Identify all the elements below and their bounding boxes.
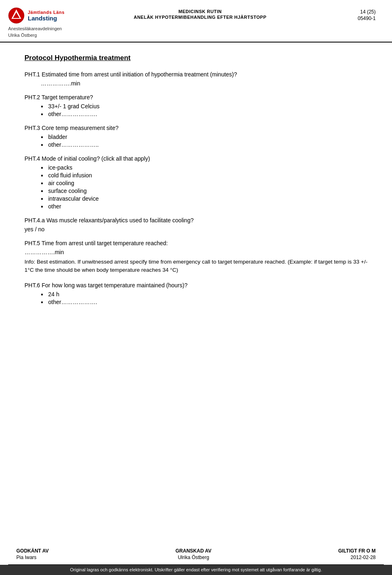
- doc-number: 05490-1: [327, 16, 376, 21]
- pht5-note: Info: Best estimation. If unwitnessed ar…: [24, 258, 368, 275]
- list-item: other……………….: [41, 299, 368, 305]
- footer-godkant-value: Pia Iwars: [16, 555, 49, 560]
- footer-col-giltigt: GILTIGT FR O M 2012-02-28: [338, 548, 376, 560]
- pht3-section: PHT.3 Core temp measurement site? bladde…: [24, 125, 368, 148]
- pht4-section: PHT.4 Mode of initial cooling? (click al…: [24, 155, 368, 210]
- footer-giltigt-value: 2012-02-28: [338, 555, 376, 560]
- header-doc-title: ANELÄK HYPOTERMIBEHANDLING EFTER HJÄRTST…: [74, 15, 327, 20]
- footer-granskad-label: GRANSKAD AV: [176, 548, 212, 554]
- pht4a-label: PHT.4.a Was muscle relaxants/paralytics …: [24, 217, 368, 224]
- pht2-bullet-list: 33+/- 1 grad Celcius other……………….: [24, 103, 368, 117]
- footer-granskad-value: Ulrika Östberg: [176, 555, 212, 560]
- pht2-section: PHT.2 Target temperature? 33+/- 1 grad C…: [24, 94, 368, 117]
- list-item: bladder: [41, 134, 368, 140]
- pht4-label: PHT.4 Mode of initial cooling? (click al…: [24, 155, 368, 162]
- list-item: other………………..: [41, 141, 368, 148]
- footer-col-godkant: GODKÄNT AV Pia Iwars: [16, 548, 49, 560]
- pht1-value: …………….min: [24, 80, 368, 87]
- list-item: surface cooling: [41, 188, 368, 194]
- footer-giltigt-label: GILTIGT FR O M: [338, 548, 376, 554]
- list-item: intravascular device: [41, 195, 368, 202]
- pht3-label: PHT.3 Core temp measurement site?: [24, 125, 368, 131]
- header-right: 14 (25) 05490-1: [327, 7, 376, 22]
- list-item: 24 h: [41, 291, 368, 298]
- logo-icon: [8, 7, 24, 24]
- header-center: MEDICINSK RUTIN ANELÄK HYPOTERMIBEHANDLI…: [74, 7, 327, 20]
- list-item: cold fluid infusion: [41, 172, 368, 179]
- list-item: 33+/- 1 grad Celcius: [41, 103, 368, 110]
- header: Jämtlands Läns Landsting Anestesiläkarea…: [0, 0, 392, 43]
- pht3-bullet-list: bladder other………………..: [24, 134, 368, 148]
- header-medicinsk-rutin: MEDICINSK RUTIN: [74, 9, 327, 14]
- page-number: 14 (25): [327, 9, 376, 15]
- list-item: air cooling: [41, 180, 368, 186]
- list-item: other……………….: [41, 111, 368, 117]
- pht6-label: PHT.6 For how long was target temperatur…: [24, 282, 368, 289]
- pht6-section: PHT.6 For how long was target temperatur…: [24, 282, 368, 305]
- protocol-title: Protocol Hypothermia treatment: [24, 54, 368, 62]
- org-line1: Anestesiläkareavdelningen: [8, 26, 62, 31]
- pht5-value: …………….min: [24, 249, 368, 255]
- pht5-section: PHT.5 Time from arrest until target temp…: [24, 240, 368, 275]
- footer-bottom: Original lagras och godkänns elektronisk…: [0, 565, 392, 575]
- footer-main: GODKÄNT AV Pia Iwars GRANSKAD AV Ulrika …: [0, 542, 392, 564]
- pht1-label: PHT.1 Estimated time from arrest until i…: [24, 71, 368, 78]
- pht6-bullet-list: 24 h other……………….: [24, 291, 368, 305]
- pht4a-value: yes / no: [24, 226, 368, 233]
- list-item: ice-packs: [41, 164, 368, 171]
- org-line2: Ulrika Östberg: [8, 33, 37, 38]
- footer-col-granskad: GRANSKAD AV Ulrika Östberg: [176, 548, 212, 560]
- logo-bottom-text: Landsting: [28, 15, 65, 22]
- logo-text: Jämtlands Läns Landsting: [28, 10, 65, 22]
- pht4-bullet-list: ice-packs cold fluid infusion air coolin…: [24, 164, 368, 210]
- logo-top-text: Jämtlands Läns: [28, 10, 65, 15]
- main-content: Protocol Hypothermia treatment PHT.1 Est…: [0, 43, 392, 542]
- footer-godkant-label: GODKÄNT AV: [16, 548, 49, 554]
- pht2-label: PHT.2 Target temperature?: [24, 94, 368, 101]
- pht4a-section: PHT.4.a Was muscle relaxants/paralytics …: [24, 217, 368, 233]
- page: Jämtlands Läns Landsting Anestesiläkarea…: [0, 0, 392, 575]
- pht5-label: PHT.5 Time from arrest until target temp…: [24, 240, 368, 246]
- pht1-section: PHT.1 Estimated time from arrest until i…: [24, 71, 368, 87]
- footer-bottom-text: Original lagras och godkänns elektronisk…: [70, 567, 322, 572]
- list-item: other: [41, 203, 368, 210]
- logo-img: Jämtlands Läns Landsting: [8, 7, 65, 24]
- logo-area: Jämtlands Läns Landsting Anestesiläkarea…: [8, 7, 74, 38]
